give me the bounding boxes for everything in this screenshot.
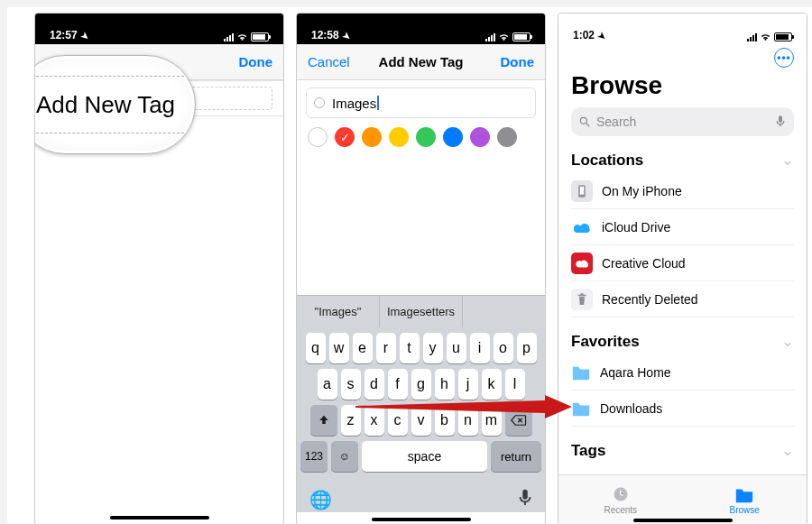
home-indicator[interactable] (110, 516, 209, 519)
tag-color-none-icon (314, 97, 325, 108)
screen-add-tag-empty: 12:57 ➤ Done Add New Tag (34, 13, 284, 524)
svg-line-1 (586, 124, 590, 127)
key-a[interactable]: a (318, 369, 337, 400)
status-bar: 12:57 ➤ (35, 14, 283, 44)
key-p[interactable]: p (517, 333, 537, 363)
key-g[interactable]: g (411, 369, 431, 400)
done-button[interactable]: Done (487, 54, 534, 69)
section-locations[interactable]: Locations ⌄ (571, 151, 794, 170)
creative-cloud-icon (571, 253, 593, 274)
key-row-3: z x c v b n m (300, 405, 541, 436)
color-orange[interactable] (362, 127, 382, 147)
location-icloud[interactable]: iCloud Drive (571, 209, 794, 245)
magnifier-overlay: Add New Tag (34, 55, 196, 154)
key-u[interactable]: u (447, 333, 466, 363)
key-q[interactable]: q (306, 333, 326, 363)
tab-browse[interactable]: Browse (683, 475, 807, 524)
row-label: Recently Deleted (602, 292, 698, 307)
suggestion-1[interactable]: "Images" (297, 296, 380, 327)
globe-icon[interactable]: 🌐 (309, 489, 332, 510)
key-y[interactable]: y (423, 333, 443, 363)
key-m[interactable]: m (482, 405, 502, 436)
color-swatches: ✓ (306, 118, 536, 156)
page-title: Browse (571, 68, 794, 100)
key-j[interactable]: j (458, 369, 478, 400)
tab-recents[interactable]: Recents (558, 475, 683, 524)
key-b[interactable]: b (435, 405, 455, 436)
tag-name-input[interactable]: Images (306, 87, 536, 118)
key-n[interactable]: n (458, 405, 478, 436)
color-blue[interactable] (443, 127, 463, 147)
battery-icon (774, 32, 792, 41)
color-yellow[interactable] (389, 127, 409, 147)
search-placeholder: Search (596, 115, 636, 129)
magnified-text: Add New Tag (36, 91, 175, 119)
suggestion-2[interactable]: Imagesetters (380, 296, 463, 327)
suggestion-3[interactable] (463, 296, 545, 327)
section-favorites[interactable]: Favorites ⌄ (571, 332, 794, 351)
key-k[interactable]: k (482, 369, 502, 400)
key-emoji[interactable]: ☺ (331, 441, 358, 472)
key-h[interactable]: h (435, 369, 455, 400)
key-row-4: 123 ☺ space return (300, 441, 541, 472)
nav-header: Cancel Add New Tag Done (297, 44, 545, 80)
battery-icon (512, 32, 531, 41)
key-z[interactable]: z (341, 405, 361, 436)
key-row-2: a s d f g h j k l (300, 369, 541, 400)
trash-icon (571, 289, 593, 310)
mic-icon[interactable] (774, 115, 787, 130)
wifi-icon (498, 32, 510, 41)
key-o[interactable]: o (494, 333, 513, 363)
location-icon: ➤ (340, 29, 352, 41)
done-button[interactable]: Done (226, 54, 272, 69)
key-123[interactable]: 123 (300, 441, 328, 472)
cell-signal-icon (747, 32, 757, 41)
location-recently-deleted[interactable]: Recently Deleted (571, 281, 794, 317)
key-space[interactable]: space (362, 441, 487, 472)
key-f[interactable]: f (388, 369, 408, 400)
key-t[interactable]: t (400, 333, 420, 363)
key-s[interactable]: s (341, 369, 361, 400)
color-red[interactable]: ✓ (335, 127, 355, 147)
check-icon: ✓ (340, 132, 350, 143)
key-e[interactable]: e (353, 333, 373, 363)
clock-icon (611, 485, 631, 503)
key-d[interactable]: d (364, 369, 384, 400)
key-w[interactable]: w (329, 333, 349, 363)
location-icon: ➤ (78, 29, 90, 41)
key-l[interactable]: l (505, 369, 525, 400)
section-tags[interactable]: Tags ⌄ (571, 441, 794, 460)
key-x[interactable]: x (364, 405, 384, 436)
key-r[interactable]: r (376, 333, 396, 363)
key-return[interactable]: return (491, 441, 541, 472)
key-v[interactable]: v (411, 405, 431, 436)
search-field[interactable]: Search (571, 107, 794, 136)
favorite-downloads[interactable]: Downloads (571, 391, 794, 427)
color-purple[interactable] (470, 127, 490, 147)
key-shift[interactable] (310, 405, 337, 436)
battery-icon (251, 32, 269, 41)
color-green[interactable] (416, 127, 436, 147)
color-none[interactable] (308, 127, 328, 147)
more-button[interactable]: ••• (774, 48, 794, 68)
location-on-my-iphone[interactable]: On My iPhone (571, 173, 794, 209)
tab-label: Browse (730, 505, 760, 515)
row-label: On My iPhone (602, 184, 682, 198)
cancel-button[interactable]: Cancel (308, 54, 355, 69)
chevron-down-icon: ⌄ (781, 441, 794, 460)
tag-name-value: Images (332, 96, 379, 111)
key-delete[interactable] (505, 405, 532, 436)
chevron-down-icon: ⌄ (781, 151, 794, 170)
wifi-icon (760, 32, 771, 41)
search-icon (578, 115, 591, 128)
home-indicator[interactable] (372, 518, 471, 521)
section-label: Tags (571, 442, 605, 460)
favorite-aqara[interactable]: Aqara Home (571, 354, 794, 391)
home-indicator[interactable] (633, 519, 733, 522)
key-c[interactable]: c (388, 405, 408, 436)
dictation-icon[interactable] (518, 488, 532, 510)
location-creative-cloud[interactable]: Creative Cloud (571, 245, 794, 281)
key-i[interactable]: i (470, 333, 490, 363)
section-label: Locations (571, 152, 643, 170)
color-gray[interactable] (497, 127, 517, 147)
